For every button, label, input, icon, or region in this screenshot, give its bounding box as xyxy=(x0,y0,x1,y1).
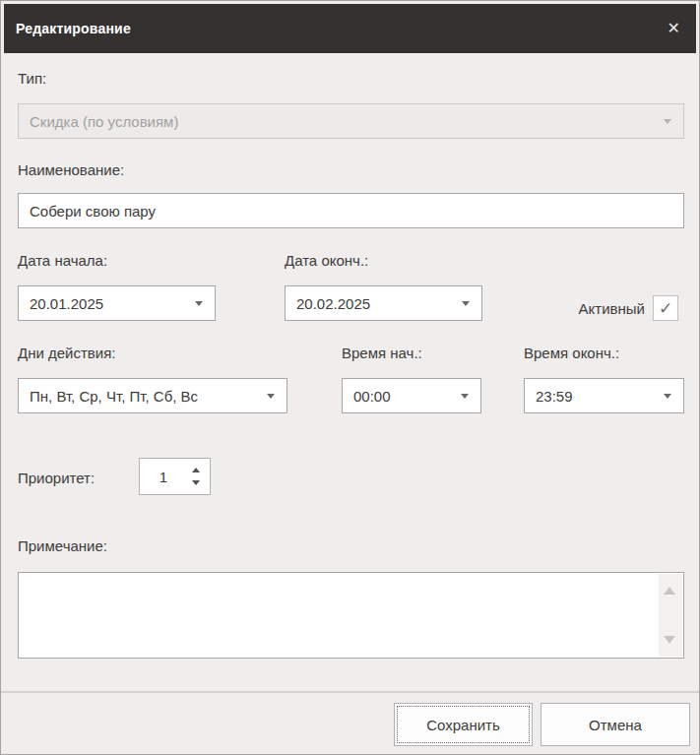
scroll-up-icon[interactable] xyxy=(664,587,675,595)
arrow-up-icon[interactable] xyxy=(192,468,200,472)
chevron-down-icon xyxy=(664,119,671,124)
time-end-dropdown[interactable]: 23:59 xyxy=(524,378,684,413)
type-dropdown: Скидка (по условиям) xyxy=(18,103,684,139)
time-start-label: Время нач.: xyxy=(342,345,422,361)
date-end-dropdown[interactable]: 20.02.2025 xyxy=(285,285,482,321)
date-start-value: 20.01.2025 xyxy=(30,295,103,312)
priority-label: Приоритет: xyxy=(18,470,95,486)
edit-dialog: Редактирование ✕ Тип: Скидка (по условия… xyxy=(0,0,700,755)
cancel-button[interactable]: Отмена xyxy=(541,703,690,746)
priority-stepper[interactable]: 1 xyxy=(139,458,211,495)
scroll-down-icon[interactable] xyxy=(664,636,675,644)
time-end-label: Время оконч.: xyxy=(524,345,619,361)
dialog-title: Редактирование xyxy=(16,21,131,36)
arrow-down-icon[interactable] xyxy=(192,480,200,485)
name-input[interactable] xyxy=(18,193,684,228)
chevron-down-icon xyxy=(195,301,203,306)
save-button[interactable]: Сохранить xyxy=(394,703,533,746)
name-label: Наименование: xyxy=(18,161,124,178)
type-label: Тип: xyxy=(18,70,46,87)
active-label: Активный xyxy=(579,300,645,317)
type-dropdown-value: Скидка (по условиям) xyxy=(30,113,178,130)
time-end-value: 23:59 xyxy=(536,388,573,405)
days-dropdown[interactable]: Пн, Вт, Ср, Чт, Пт, Сб, Вс xyxy=(18,378,287,413)
check-icon: ✓ xyxy=(659,298,672,319)
active-checkbox[interactable]: ✓ xyxy=(653,295,678,321)
date-end-value: 20.02.2025 xyxy=(296,295,370,312)
priority-stepper-buttons xyxy=(190,459,204,494)
chevron-down-icon xyxy=(461,394,469,399)
footer-divider xyxy=(1,691,699,693)
date-start-dropdown[interactable]: 20.01.2025 xyxy=(18,285,216,321)
note-scrollbar[interactable] xyxy=(659,574,682,657)
time-start-value: 00:00 xyxy=(353,388,391,405)
days-value: Пн, Вт, Ср, Чт, Пт, Сб, Вс xyxy=(30,388,198,405)
close-icon[interactable]: ✕ xyxy=(668,21,680,36)
note-textarea[interactable] xyxy=(18,572,684,659)
priority-value: 1 xyxy=(140,459,187,494)
dialog-titlebar: Редактирование ✕ xyxy=(4,4,696,53)
date-start-label: Дата начала: xyxy=(18,252,107,269)
chevron-down-icon xyxy=(267,394,275,399)
note-label: Примечание: xyxy=(18,537,107,554)
time-start-dropdown[interactable]: 00:00 xyxy=(342,378,481,413)
date-end-label: Дата оконч.: xyxy=(285,252,368,269)
chevron-down-icon xyxy=(664,394,671,399)
chevron-down-icon xyxy=(462,301,470,306)
active-group: Активный ✓ xyxy=(579,295,678,321)
days-label: Дни действия: xyxy=(18,345,115,361)
